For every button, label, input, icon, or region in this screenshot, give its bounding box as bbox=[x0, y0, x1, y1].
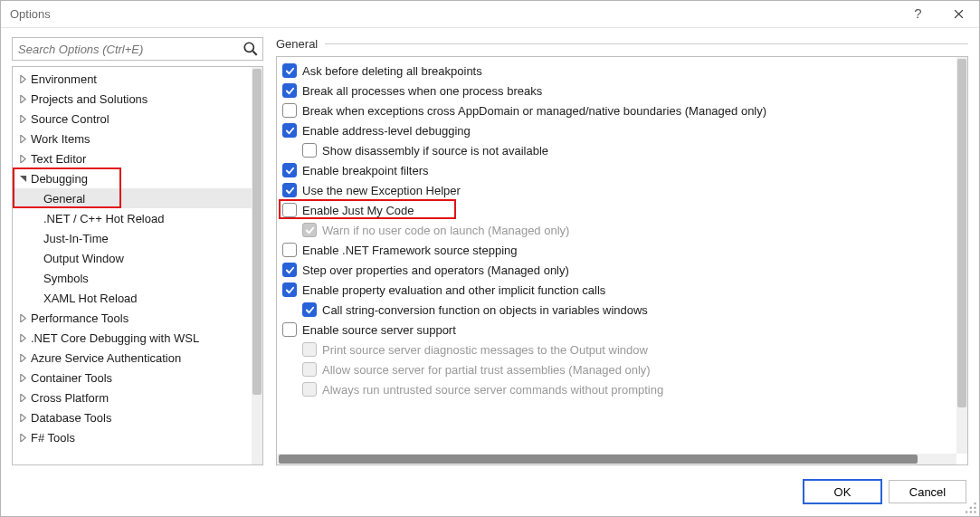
titlebar: Options ? bbox=[1, 1, 979, 28]
right-panel: General Ask before deleting all breakpoi… bbox=[276, 37, 968, 465]
window-title: Options bbox=[10, 7, 51, 21]
option-checkbox[interactable] bbox=[282, 243, 297, 257]
tree-item[interactable]: Cross Platform bbox=[13, 388, 252, 407]
close-icon bbox=[954, 9, 964, 19]
tree-item[interactable]: Debugging bbox=[13, 168, 252, 188]
expand-icon[interactable] bbox=[16, 115, 29, 123]
option-checkbox bbox=[302, 342, 317, 357]
tree-subitem[interactable]: General bbox=[13, 188, 252, 208]
expand-icon[interactable] bbox=[16, 354, 29, 362]
tree-subitem[interactable]: Just-In-Time bbox=[13, 228, 252, 248]
resize-grip-icon[interactable] bbox=[966, 503, 978, 515]
tree-scrollbar[interactable] bbox=[252, 67, 262, 464]
option-row[interactable]: Break when exceptions cross AppDomain or… bbox=[282, 101, 953, 120]
scrollbar-thumb[interactable] bbox=[957, 59, 966, 407]
cancel-button[interactable]: Cancel bbox=[889, 480, 966, 503]
ok-button[interactable]: OK bbox=[804, 480, 881, 503]
svg-rect-6 bbox=[974, 511, 975, 512]
expand-icon[interactable] bbox=[16, 394, 29, 402]
svg-rect-5 bbox=[970, 511, 972, 512]
tree-item[interactable]: Projects and Solutions bbox=[13, 89, 252, 109]
option-checkbox[interactable] bbox=[282, 282, 297, 297]
option-row[interactable]: Enable Just My Code bbox=[282, 200, 953, 220]
scrollbar-thumb[interactable] bbox=[252, 69, 262, 395]
option-row: Always run untrusted source server comma… bbox=[282, 379, 953, 399]
option-row[interactable]: Enable address-level debugging bbox=[282, 120, 953, 140]
expand-icon[interactable] bbox=[16, 314, 29, 322]
tree-item[interactable]: Database Tools bbox=[13, 407, 252, 427]
expand-icon[interactable] bbox=[16, 175, 29, 183]
options-scrollbar-horizontal[interactable] bbox=[277, 454, 956, 464]
close-button[interactable] bbox=[938, 1, 979, 28]
expand-icon[interactable] bbox=[16, 95, 29, 103]
option-checkbox[interactable] bbox=[282, 183, 297, 197]
option-checkbox[interactable] bbox=[282, 63, 297, 78]
search-icon[interactable] bbox=[243, 41, 259, 57]
option-checkbox[interactable] bbox=[302, 143, 317, 158]
option-checkbox[interactable] bbox=[282, 263, 297, 277]
option-row[interactable]: Step over properties and operators (Mana… bbox=[282, 260, 953, 280]
expand-icon[interactable] bbox=[16, 334, 29, 342]
tree-item-label: .NET Core Debugging with WSL bbox=[29, 331, 199, 345]
expand-icon[interactable] bbox=[16, 374, 29, 382]
tree-item[interactable]: Performance Tools bbox=[13, 308, 252, 328]
category-tree: EnvironmentProjects and SolutionsSource … bbox=[12, 66, 263, 465]
tree-item[interactable]: F# Tools bbox=[13, 427, 252, 447]
tree-item-label: Database Tools bbox=[29, 411, 111, 425]
expand-icon[interactable] bbox=[16, 434, 29, 442]
expand-icon[interactable] bbox=[16, 135, 29, 143]
tree-item[interactable]: Work Items bbox=[13, 129, 252, 148]
tree-subitem[interactable]: .NET / C++ Hot Reload bbox=[13, 208, 252, 228]
options-list[interactable]: Ask before deleting all breakpointsBreak… bbox=[277, 57, 956, 454]
tree-subitem[interactable]: Output Window bbox=[13, 248, 252, 268]
expand-icon[interactable] bbox=[16, 75, 29, 83]
tree-subitem-label: General bbox=[42, 192, 85, 206]
option-row[interactable]: Enable source server support bbox=[282, 320, 953, 340]
option-row: Print source server diagnostic messages … bbox=[282, 340, 953, 359]
tree-item-label: Work Items bbox=[29, 132, 90, 146]
option-checkbox[interactable] bbox=[282, 83, 297, 98]
search-box[interactable] bbox=[12, 37, 263, 61]
option-checkbox[interactable] bbox=[282, 103, 297, 118]
option-label: Enable .NET Framework source stepping bbox=[302, 244, 517, 257]
tree-item[interactable]: Azure Service Authentication bbox=[13, 348, 252, 368]
tree-item[interactable]: Text Editor bbox=[13, 148, 252, 168]
option-checkbox[interactable] bbox=[282, 322, 297, 337]
scrollbar-thumb[interactable] bbox=[279, 455, 918, 464]
tree-item[interactable]: .NET Core Debugging with WSL bbox=[13, 328, 252, 348]
option-checkbox[interactable] bbox=[282, 203, 297, 217]
tree-item-label: Performance Tools bbox=[29, 311, 128, 325]
option-checkbox[interactable] bbox=[282, 123, 297, 138]
tree-subitem[interactable]: Symbols bbox=[13, 268, 252, 288]
option-label: Allow source server for partial trust as… bbox=[322, 363, 651, 377]
option-row[interactable]: Show disassembly if source is not availa… bbox=[282, 140, 953, 160]
option-label: Use the new Exception Helper bbox=[302, 184, 461, 197]
tree-subitem-label: Just-In-Time bbox=[42, 232, 109, 245]
option-row[interactable]: Ask before deleting all breakpoints bbox=[282, 61, 953, 81]
option-row[interactable]: Break all processes when one process bre… bbox=[282, 81, 953, 101]
group-title: General bbox=[276, 37, 318, 51]
option-row: Warn if no user code on launch (Managed … bbox=[282, 220, 953, 240]
option-checkbox[interactable] bbox=[282, 163, 297, 177]
expand-icon[interactable] bbox=[16, 155, 29, 163]
option-label: Print source server diagnostic messages … bbox=[322, 343, 648, 357]
option-row[interactable]: Enable .NET Framework source stepping bbox=[282, 240, 953, 260]
option-label: Show disassembly if source is not availa… bbox=[322, 144, 548, 158]
help-button[interactable]: ? bbox=[898, 1, 938, 28]
option-row[interactable]: Call string-conversion function on objec… bbox=[282, 300, 953, 320]
tree-item[interactable]: Source Control bbox=[13, 109, 252, 129]
option-row[interactable]: Use the new Exception Helper bbox=[282, 180, 953, 200]
option-label: Enable address-level debugging bbox=[302, 124, 471, 138]
tree-item[interactable]: Container Tools bbox=[13, 368, 252, 388]
tree-list[interactable]: EnvironmentProjects and SolutionsSource … bbox=[13, 67, 252, 464]
search-input[interactable] bbox=[13, 38, 262, 60]
tree-item[interactable]: Environment bbox=[13, 69, 252, 89]
expand-icon[interactable] bbox=[16, 414, 29, 422]
option-checkbox[interactable] bbox=[302, 302, 317, 317]
options-scrollbar-vertical[interactable] bbox=[956, 57, 967, 454]
tree-subitem[interactable]: XAML Hot Reload bbox=[13, 288, 252, 308]
group-header: General bbox=[276, 37, 968, 51]
option-row[interactable]: Enable breakpoint filters bbox=[282, 160, 953, 180]
option-label: Call string-conversion function on objec… bbox=[322, 303, 648, 317]
option-row[interactable]: Enable property evaluation and other imp… bbox=[282, 280, 953, 300]
